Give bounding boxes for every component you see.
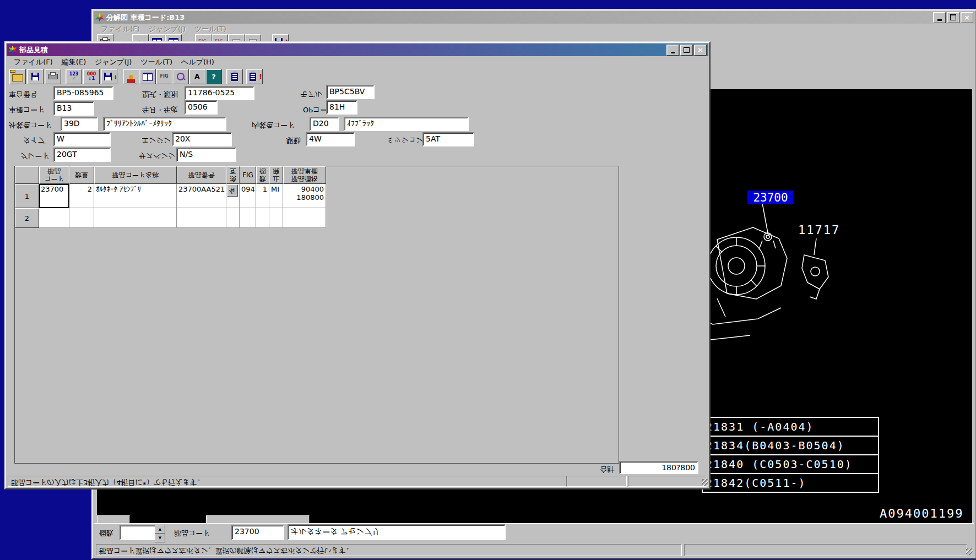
row-number[interactable]: 2 <box>15 208 39 228</box>
open-button[interactable] <box>9 69 26 84</box>
app-logo-icon <box>8 46 17 55</box>
cell-discontinued[interactable] <box>269 208 283 228</box>
text-add-button[interactable]: A <box>189 69 205 84</box>
menu-jump[interactable]: ジャンプ(J) <box>145 23 189 35</box>
cell-name[interactable] <box>94 208 177 228</box>
drive-input[interactable]: 4W <box>306 132 355 146</box>
qty-input[interactable] <box>120 525 158 540</box>
print-button[interactable] <box>45 69 61 84</box>
col-header-compat: 互換 <box>226 166 240 184</box>
menu-jump[interactable]: ジャンプ(J) <box>91 56 135 68</box>
cell-part-code[interactable] <box>39 208 69 228</box>
spinner-up-button[interactable]: ▲ <box>155 525 165 534</box>
grid-row-2: 2 <box>15 208 326 228</box>
cell-qty[interactable]: 2 <box>69 184 94 208</box>
customer-search-button[interactable] <box>172 69 189 84</box>
ext-color-input[interactable]: 39D <box>61 117 98 131</box>
menu-edit[interactable]: 編集(E) <box>58 56 90 68</box>
suspension-input[interactable]: N/S <box>176 148 236 162</box>
mission-input[interactable]: 5AT <box>422 132 474 146</box>
customer-button[interactable] <box>123 69 139 84</box>
part-name-box[interactable]: オルタネータ アセンブリ <box>288 524 506 540</box>
menu-file[interactable]: ファイル(F) <box>97 23 144 35</box>
estimate-alert-button[interactable]: ! <box>246 69 263 84</box>
spinner-down-button[interactable]: ▼ <box>155 534 165 542</box>
cell-part-code[interactable]: 23700 <box>39 184 69 208</box>
save-edit-button[interactable]: ı <box>101 69 117 84</box>
minimize-icon <box>937 19 942 21</box>
letter-a-icon: A <box>194 73 199 80</box>
part-callout[interactable]: 11717 <box>798 223 840 237</box>
menu-tool[interactable]: ツール(T) <box>191 23 230 35</box>
exploded-view-title: 分解図 車種コード:B13 <box>106 13 185 23</box>
applied-model-row[interactable]: 21842(C0511-) <box>702 473 879 493</box>
maximize-button[interactable] <box>680 45 693 56</box>
col-header-rownum <box>15 166 39 184</box>
calc-check-button[interactable]: 123✓ <box>66 69 82 84</box>
exploded-view-menubar: ファイル(F) ジャンプ(J) ツール(T) <box>94 24 976 35</box>
col-header-discontinued: 廃止 <box>269 166 283 184</box>
ext-color-name-box[interactable]: ﾌﾞﾘﾘｱﾝﾄｼﾙﾊﾞｰﾒﾀﾘｯｸ <box>103 117 226 131</box>
int-color-name-box[interactable]: ｵﾌﾌﾞﾗｯｸ <box>344 117 469 131</box>
engine-input[interactable]: 20X <box>172 132 232 146</box>
menu-tool[interactable]: ツール(T) <box>137 56 176 68</box>
op-code-input[interactable]: 81H <box>326 100 357 115</box>
menu-file[interactable]: ファイル(F) <box>10 56 57 68</box>
cell-discontinued[interactable]: MI <box>269 184 283 208</box>
applied-model-list: 21831 (-A0404) 21834(B0403-B0504) 21840 … <box>702 418 879 493</box>
ext-color-label: 外装色コード <box>9 120 52 130</box>
bg-status-section <box>684 544 967 556</box>
int-color-input[interactable]: D20 <box>310 117 339 131</box>
close-button[interactable]: × <box>961 12 973 23</box>
cell-count[interactable] <box>256 208 269 228</box>
floppy-pen-icon <box>104 73 112 80</box>
pen-icon: ı <box>115 73 117 81</box>
estimate-sheet-button[interactable] <box>226 69 243 84</box>
year-input[interactable]: 0506 <box>185 100 218 115</box>
cell-qty[interactable] <box>69 208 94 228</box>
table-view-button[interactable] <box>139 69 156 84</box>
close-button[interactable]: × <box>694 45 707 56</box>
compat-button[interactable]: 有 <box>227 184 238 197</box>
fig-add-button[interactable]: FIG <box>156 69 172 84</box>
diagram-hscroll-thumb[interactable] <box>206 515 310 524</box>
cell-name[interactable]: ｵﾙﾀﾈｰﾀ ｱｾﾝﾌﾞﾘ <box>94 184 177 208</box>
minimize-button[interactable] <box>666 45 679 56</box>
resize-grip[interactable] <box>966 548 973 555</box>
chassis-no-input[interactable]: BP5-085965 <box>53 86 113 100</box>
model-input[interactable]: BP5C5BV <box>326 85 375 99</box>
cell-price[interactable] <box>283 208 326 228</box>
drawing-number: A094001199 <box>880 507 963 520</box>
part-callout-selected[interactable]: 23700 <box>747 191 794 204</box>
cell-part-no[interactable] <box>177 208 226 228</box>
applied-model-row[interactable]: 21831 (-A0404) <box>702 417 879 437</box>
type-input[interactable]: W <box>53 132 111 146</box>
parts-estimate-titlebar: 部品見積 × <box>7 44 708 56</box>
table-icon <box>143 73 153 81</box>
model-code-input[interactable]: B13 <box>53 101 94 116</box>
menu-help[interactable]: ヘルプ(H) <box>177 56 218 68</box>
diagram-scroll-button[interactable] <box>97 515 130 524</box>
cell-price[interactable]: 90400 180800 <box>283 184 326 208</box>
cell-compat[interactable] <box>226 208 240 228</box>
resize-grip[interactable] <box>702 479 708 486</box>
renumber-button[interactable]: 000↓1 <box>83 69 100 84</box>
total-label: 合計 <box>600 464 615 474</box>
cell-count[interactable]: 1 <box>256 184 269 208</box>
drive-label: 駆動 <box>286 135 301 145</box>
help-button[interactable]: ? <box>205 69 222 84</box>
save-button[interactable] <box>27 69 44 84</box>
col-header-fig: FIG <box>240 166 256 184</box>
applied-model-row[interactable]: 21834(B0403-B0504) <box>702 436 879 455</box>
minimize-button[interactable] <box>933 12 946 23</box>
part-code-input[interactable]: 23700 <box>231 525 284 540</box>
col-header-part-no: 部品番号 <box>177 166 226 184</box>
cell-fig[interactable]: 094 <box>240 184 256 208</box>
applied-model-row[interactable]: 21840 (C0503-C0510) <box>702 454 879 474</box>
maximize-button[interactable] <box>947 12 959 23</box>
row-number[interactable]: 1 <box>15 184 39 208</box>
grade-input[interactable]: 20GT <box>53 148 111 162</box>
cell-part-no[interactable]: 23700AA521 <box>177 184 226 208</box>
model-class-input[interactable]: 11786-0525 <box>185 86 254 100</box>
cell-fig[interactable] <box>240 208 256 228</box>
